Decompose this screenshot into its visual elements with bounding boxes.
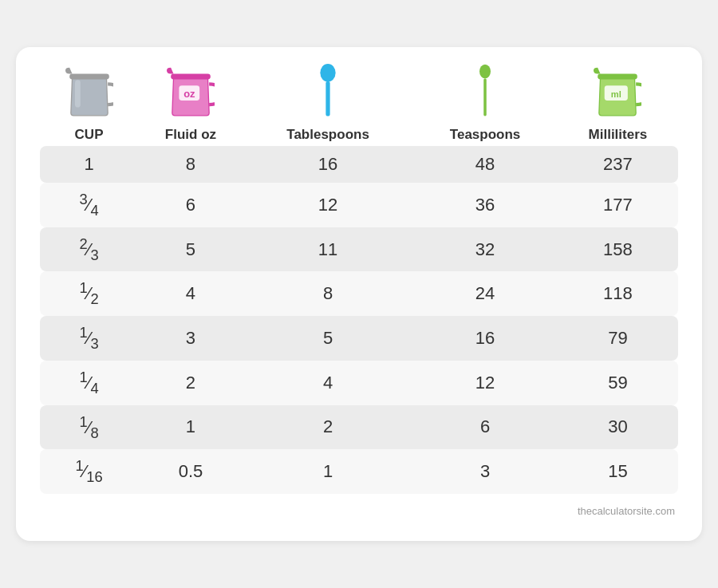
svg-point-7 [479, 65, 491, 79]
table-row: 1 8 16 48 237 [40, 146, 678, 183]
table-container: oz [40, 63, 678, 494]
cell-tbsp: 2 [243, 405, 413, 450]
cell-tsp: 36 [412, 183, 558, 227]
svg-rect-0 [69, 74, 109, 80]
cell-floz: 6 [138, 183, 243, 227]
table-row: 2⁄3 5 11 32 158 [40, 227, 678, 272]
cell-tsp: 48 [412, 146, 558, 183]
cup-icon-cell [40, 63, 138, 127]
cell-floz: 0.5 [138, 449, 243, 494]
cell-tbsp: 11 [243, 227, 413, 272]
cell-tbsp: 16 [243, 146, 413, 183]
table-row: 1⁄8 1 2 6 30 [40, 405, 678, 450]
cell-floz: 4 [138, 271, 243, 316]
svg-text:ml: ml [611, 89, 621, 99]
cell-ml: 158 [558, 227, 678, 272]
milliliters-icon: ml [594, 63, 641, 119]
col-header-ml: Milliliters [558, 127, 678, 146]
cell-cup: 1⁄2 [40, 271, 138, 316]
cell-tsp: 16 [412, 316, 558, 361]
milliliters-icon-cell: ml [558, 63, 678, 127]
table-row: 1⁄4 2 4 12 59 [40, 361, 678, 405]
table-body: 1 8 16 48 237 3⁄4 6 12 36 177 2⁄3 5 11 3… [40, 146, 678, 494]
cell-ml: 79 [558, 316, 678, 361]
footer-attribution: thecalculatorsite.com [40, 505, 678, 517]
floz-icon-cell: oz [138, 63, 243, 127]
col-header-tbsp: Tablespoons [243, 127, 413, 146]
table-row: 1⁄2 4 8 24 118 [40, 271, 678, 316]
cell-tsp: 12 [412, 361, 558, 405]
cell-cup: 1⁄8 [40, 405, 138, 450]
cell-cup: 3⁄4 [40, 183, 138, 227]
tablespoon-icon [316, 63, 340, 119]
table-row: 1⁄16 0.5 1 3 15 [40, 449, 678, 494]
cell-tbsp: 12 [243, 183, 413, 227]
tablespoon-icon-cell [243, 63, 413, 127]
svg-rect-2 [171, 74, 211, 80]
svg-rect-8 [483, 78, 487, 116]
cell-tbsp: 8 [243, 271, 413, 316]
cell-tbsp: 1 [243, 449, 413, 494]
cell-tsp: 24 [412, 271, 558, 316]
cell-tsp: 6 [412, 405, 558, 450]
col-header-floz: Fluid oz [138, 127, 243, 146]
cell-ml: 59 [558, 361, 678, 405]
cell-cup: 1 [40, 146, 138, 183]
cell-tbsp: 4 [243, 361, 413, 405]
cell-cup: 1⁄16 [40, 449, 138, 494]
svg-text:oz: oz [183, 88, 195, 100]
cell-floz: 8 [138, 146, 243, 183]
teaspoon-icon [475, 63, 495, 119]
cell-floz: 5 [138, 227, 243, 272]
conversion-table: oz [40, 63, 678, 494]
cell-ml: 15 [558, 449, 678, 494]
icon-header-row: oz [40, 63, 678, 127]
table-row: 3⁄4 6 12 36 177 [40, 183, 678, 227]
cell-ml: 118 [558, 271, 678, 316]
col-header-tsp: Teaspoons [412, 127, 558, 146]
main-card: oz [16, 47, 702, 541]
svg-point-5 [320, 64, 335, 82]
col-header-cup: CUP [40, 127, 138, 146]
cell-ml: 237 [558, 146, 678, 183]
svg-rect-1 [75, 80, 81, 107]
teaspoon-icon-cell [412, 63, 558, 127]
table-row: 1⁄3 3 5 16 79 [40, 316, 678, 361]
cell-floz: 1 [138, 405, 243, 450]
cell-tsp: 3 [412, 449, 558, 494]
cell-cup: 1⁄3 [40, 316, 138, 361]
cell-floz: 2 [138, 361, 243, 405]
svg-rect-9 [598, 74, 638, 80]
cell-cup: 1⁄4 [40, 361, 138, 405]
cell-ml: 177 [558, 183, 678, 227]
floz-icon: oz [167, 63, 215, 119]
cup-icon [65, 63, 113, 119]
label-header-row: CUP Fluid oz Tablespoons Teaspoons Milli… [40, 127, 678, 146]
cell-ml: 30 [558, 405, 678, 450]
svg-rect-6 [325, 81, 329, 116]
cell-floz: 3 [138, 316, 243, 361]
cell-cup: 2⁄3 [40, 227, 138, 272]
cell-tsp: 32 [412, 227, 558, 272]
cell-tbsp: 5 [243, 316, 413, 361]
